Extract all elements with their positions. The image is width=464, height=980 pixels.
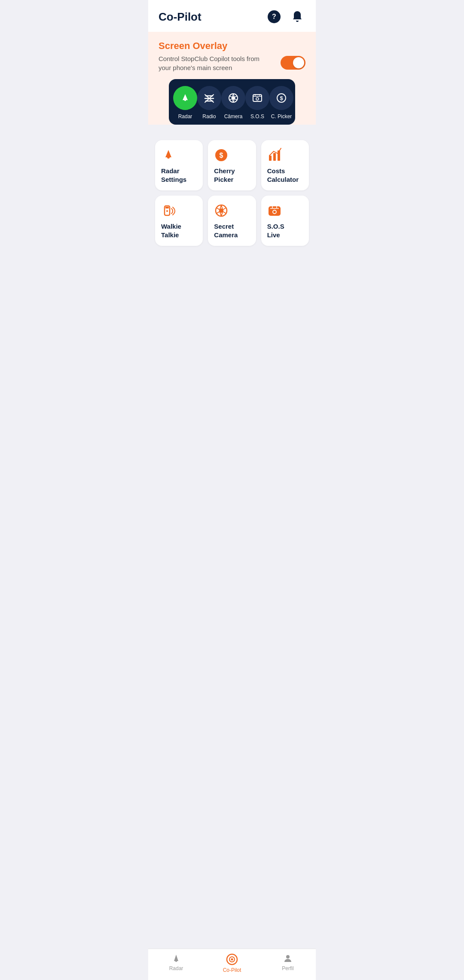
svg-rect-29 <box>165 207 169 208</box>
toolbar-camera-label: Câmera <box>224 113 243 119</box>
card-radar-settings[interactable]: RadarSettings <box>155 140 203 190</box>
toolbar-camera-icon-circle <box>221 86 245 110</box>
toggle-knob <box>293 57 304 68</box>
toolbar-sos[interactable]: S.O.S <box>245 86 269 119</box>
help-button[interactable]: ? <box>266 9 282 25</box>
toolbar-radio-label: Radio <box>202 113 216 119</box>
toolbar-radio[interactable]: Radio <box>197 86 221 119</box>
svg-text:$: $ <box>280 95 283 101</box>
radar-settings-icon <box>161 148 197 162</box>
card-sos-live[interactable]: S.O.SLive <box>261 196 309 246</box>
cherry-picker-icon: $ <box>214 148 250 162</box>
svg-rect-41 <box>269 206 281 216</box>
toolbar-radar-icon-circle <box>173 86 197 110</box>
card-walkie-talkie[interactable]: WalkieTalkie <box>155 196 203 246</box>
walkie-talkie-icon <box>161 203 197 218</box>
svg-rect-25 <box>269 156 272 161</box>
svg-point-2 <box>184 99 186 101</box>
sos-live-icon <box>267 203 303 218</box>
overlay-description: Control StopClub Copilot tools from your… <box>159 54 262 72</box>
toolbar-camera[interactable]: Câmera <box>221 86 245 119</box>
walkie-talkie-label: WalkieTalkie <box>161 222 197 239</box>
toolbar-cpicker-icon-circle: $ <box>269 86 293 110</box>
tools-grid: RadarSettings $ CherryPicker <box>155 140 309 246</box>
app-title: Co-Pilot <box>159 10 201 24</box>
svg-point-19 <box>256 98 259 100</box>
svg-text:?: ? <box>272 13 276 20</box>
cherry-picker-label: CherryPicker <box>214 167 250 184</box>
card-costs-calculator[interactable]: CostsCalculator <box>261 140 309 190</box>
overlay-toolbar: Radar Radio <box>169 79 295 125</box>
overlay-row: Control StopClub Copilot tools from your… <box>159 54 305 72</box>
header-actions: ? <box>266 9 305 25</box>
svg-point-30 <box>166 210 168 212</box>
sos-live-label: S.O.SLive <box>267 222 303 239</box>
card-secret-camera[interactable]: SecretCamera <box>208 196 256 246</box>
overlay-banner: Screen Overlay Control StopClub Copilot … <box>148 32 316 125</box>
toolbar-radar-label: Radar <box>178 113 192 119</box>
toolbar-cpicker[interactable]: $ C. Picker <box>269 86 293 119</box>
costs-calculator-icon <box>267 148 303 162</box>
overlay-title: Screen Overlay <box>159 40 305 52</box>
notification-button[interactable] <box>289 9 305 25</box>
toolbar-radio-icon-circle <box>197 86 221 110</box>
toolbar-sos-label: S.O.S <box>250 113 264 119</box>
svg-text:$: $ <box>220 152 223 159</box>
radar-settings-label: RadarSettings <box>161 167 197 184</box>
overlay-toggle[interactable] <box>281 56 305 70</box>
secret-camera-label: SecretCamera <box>214 222 250 239</box>
costs-calculator-label: CostsCalculator <box>267 167 303 184</box>
card-cherry-picker[interactable]: $ CherryPicker <box>208 140 256 190</box>
svg-rect-26 <box>273 153 276 161</box>
toolbar-cpicker-label: C. Picker <box>271 113 292 119</box>
toolbar-sos-icon-circle <box>245 86 269 110</box>
secret-camera-icon <box>214 203 250 218</box>
toolbar-radar[interactable]: Radar <box>173 86 197 119</box>
header: Co-Pilot ? <box>148 0 316 32</box>
main-content: RadarSettings $ CherryPicker <box>148 133 316 289</box>
